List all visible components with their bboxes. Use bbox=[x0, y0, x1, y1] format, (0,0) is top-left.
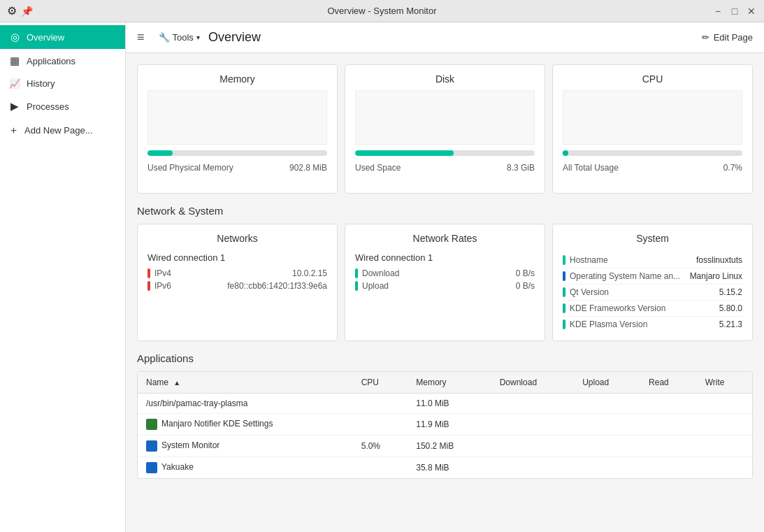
sidebar: ◎ Overview ▦ Applications 📈 History ▶ Pr… bbox=[0, 22, 126, 532]
system-item-dot bbox=[563, 303, 565, 313]
app-upload bbox=[574, 414, 640, 436]
page-title: Overview bbox=[208, 30, 693, 45]
content-area: Memory Used Physical Memory 902.8 MiB Di… bbox=[126, 53, 764, 532]
disk-chart bbox=[355, 90, 535, 145]
edit-page-label: Edit Page bbox=[714, 32, 753, 43]
col-name[interactable]: Name ▲ bbox=[138, 372, 353, 394]
app-memory: 11.0 MiB bbox=[408, 394, 491, 414]
memory-card: Memory Used Physical Memory 902.8 MiB bbox=[137, 64, 338, 194]
sidebar-label-history: History bbox=[27, 78, 55, 89]
sidebar-item-applications[interactable]: ▦ Applications bbox=[0, 49, 125, 73]
upload-dot bbox=[355, 281, 358, 291]
memory-chart bbox=[147, 90, 327, 145]
system-items: Hostname fosslinuxtuts Operating System … bbox=[563, 252, 742, 332]
system-item-label: Qt Version bbox=[570, 287, 609, 297]
system-item: Operating System Name an... Manjaro Linu… bbox=[563, 268, 742, 285]
network-section-title: Network & System bbox=[137, 205, 753, 217]
table-row[interactable]: Yakuake 35.8 MiB bbox=[138, 457, 752, 479]
app-name-cell: Manjaro Notifier KDE Settings bbox=[138, 414, 353, 436]
disk-stat-value: 8.3 GiB bbox=[507, 163, 535, 173]
system-item-value: fosslinuxtuts bbox=[696, 255, 742, 265]
download-item: Download 0 B/s bbox=[355, 268, 535, 278]
app-cpu bbox=[353, 457, 408, 479]
sidebar-item-processes[interactable]: ▶ Processes bbox=[0, 94, 125, 118]
system-item-value: Manjaro Linux bbox=[690, 271, 742, 281]
tools-icon: 🔧 bbox=[159, 32, 170, 43]
disk-stat: Used Space 8.3 GiB bbox=[355, 163, 535, 173]
app-download bbox=[491, 457, 574, 479]
app-upload bbox=[574, 436, 640, 457]
app-download bbox=[491, 394, 574, 414]
sort-arrow-icon: ▲ bbox=[173, 379, 180, 387]
add-new-page-button[interactable]: ＋ Add New Page... bbox=[0, 118, 125, 143]
restore-button[interactable]: □ bbox=[729, 6, 740, 17]
applications-section-title: Applications bbox=[137, 352, 753, 364]
app-write bbox=[697, 457, 752, 479]
applications-section: Applications Name ▲ CPU Memory Dow bbox=[137, 352, 753, 479]
cpu-stat-value: 0.7% bbox=[723, 163, 742, 173]
table-row[interactable]: /usr/bin/pamac-tray-plasma 11.0 MiB bbox=[138, 394, 752, 414]
system-item-dot bbox=[563, 287, 565, 297]
overview-icon: ◎ bbox=[8, 31, 21, 43]
titlebar-left: ⚙ 📌 bbox=[7, 4, 33, 17]
tools-chevron-icon: ▾ bbox=[196, 34, 200, 41]
app-read bbox=[640, 414, 697, 436]
app-cpu bbox=[353, 414, 408, 436]
app-write bbox=[697, 436, 752, 457]
app-icon bbox=[146, 440, 157, 452]
sidebar-item-overview[interactable]: ◎ Overview bbox=[0, 25, 125, 49]
system-item-dot bbox=[563, 271, 565, 281]
disk-stat-label: Used Space bbox=[355, 163, 401, 173]
window-title: Overview - System Monitor bbox=[327, 6, 436, 16]
app-name-cell: Yakuake bbox=[138, 457, 353, 479]
app-upload bbox=[574, 394, 640, 414]
system-item-dot bbox=[563, 255, 565, 265]
system-item-label: KDE Plasma Version bbox=[570, 319, 647, 329]
col-download: Download bbox=[491, 372, 574, 394]
table-row[interactable]: System Monitor 5.0% 150.2 MiB bbox=[138, 436, 752, 457]
upload-item: Upload 0 B/s bbox=[355, 281, 535, 291]
col-cpu: CPU bbox=[353, 372, 408, 394]
sidebar-item-history[interactable]: 📈 History bbox=[0, 73, 125, 94]
app-icon bbox=[146, 462, 157, 473]
tools-button[interactable]: 🔧 Tools ▾ bbox=[159, 32, 200, 43]
download-dot bbox=[355, 268, 358, 278]
system-item: Hostname fosslinuxtuts bbox=[563, 252, 742, 268]
table-row[interactable]: Manjaro Notifier KDE Settings 11.9 MiB bbox=[138, 414, 752, 436]
ipv4-label: IPv4 bbox=[154, 268, 171, 278]
cpu-stat: All Total Usage 0.7% bbox=[563, 163, 742, 173]
rates-connection: Wired connection 1 bbox=[355, 252, 535, 263]
window-controls: − □ ✕ bbox=[712, 6, 757, 17]
disk-card: Disk Used Space 8.3 GiB bbox=[345, 64, 545, 194]
download-label: Download bbox=[362, 268, 399, 278]
disk-progress-bar bbox=[355, 150, 454, 156]
cpu-card-title: CPU bbox=[563, 73, 742, 85]
table-header: Name ▲ CPU Memory Download Upload Read W… bbox=[138, 372, 752, 394]
system-item: KDE Frameworks Version 5.80.0 bbox=[563, 301, 742, 317]
system-item-label: Hostname bbox=[570, 255, 608, 265]
cpu-card: CPU All Total Usage 0.7% bbox=[552, 64, 753, 194]
edit-page-button[interactable]: ✏ Edit Page bbox=[702, 32, 753, 43]
download-value: 0 B/s bbox=[516, 268, 535, 278]
minimize-button[interactable]: − bbox=[712, 6, 723, 17]
col-upload: Upload bbox=[574, 372, 640, 394]
app-upload bbox=[574, 457, 640, 479]
sidebar-label-processes: Processes bbox=[27, 101, 69, 112]
ipv6-label: IPv6 bbox=[154, 281, 171, 291]
app-write bbox=[697, 414, 752, 436]
disk-progress-wrap bbox=[355, 150, 535, 156]
app-name-cell: System Monitor bbox=[138, 436, 353, 457]
main-area: ≡ 🔧 Tools ▾ Overview ✏ Edit Page Memory bbox=[126, 22, 764, 532]
cpu-chart bbox=[563, 90, 742, 145]
app-read bbox=[640, 394, 697, 414]
applications-icon: ▦ bbox=[8, 55, 21, 67]
app-name-cell: /usr/bin/pamac-tray-plasma bbox=[138, 394, 353, 414]
system-item-value: 5.15.2 bbox=[719, 287, 742, 297]
sidebar-label-overview: Overview bbox=[27, 32, 64, 43]
upload-label: Upload bbox=[362, 281, 389, 291]
applications-table-wrap: Name ▲ CPU Memory Download Upload Read W… bbox=[137, 371, 753, 479]
close-button[interactable]: ✕ bbox=[746, 6, 757, 17]
hamburger-menu-button[interactable]: ≡ bbox=[137, 30, 145, 45]
titlebar: ⚙ 📌 Overview - System Monitor − □ ✕ bbox=[0, 0, 764, 22]
app-cpu: 5.0% bbox=[353, 436, 408, 457]
